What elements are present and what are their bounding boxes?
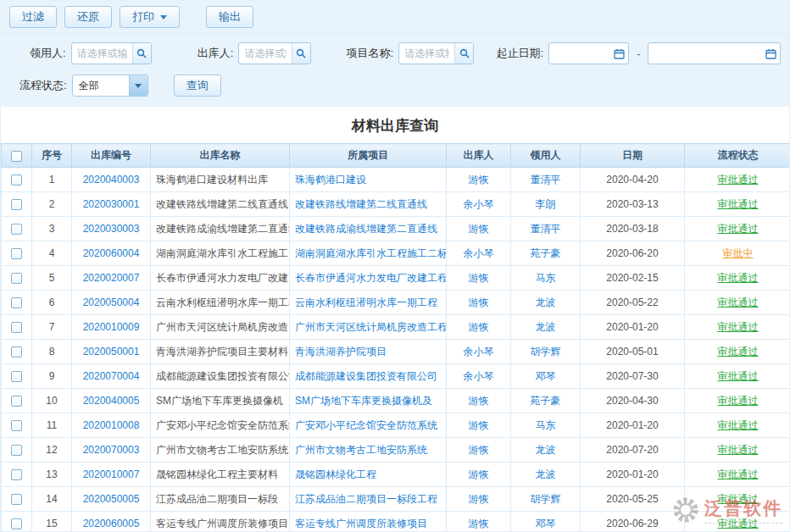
outbound-code-link[interactable]: 2020070004 [83,370,140,382]
date-end-field[interactable] [648,42,781,64]
issuer-link[interactable]: 余小琴 [464,247,494,259]
search-icon[interactable] [454,43,473,64]
row-checkbox[interactable] [11,224,22,235]
project-link[interactable]: SM广场地下车库更换摄像机及 [295,395,432,407]
project-link[interactable]: 珠海鹤港口建设 [295,174,366,186]
restore-button[interactable]: 还原 [64,6,112,28]
issuer-link[interactable]: 游恢 [469,493,489,505]
outbound-code-link[interactable]: 2020010008 [83,419,140,431]
recipient-link[interactable]: 龙波 [536,321,556,333]
row-checkbox[interactable] [11,322,22,333]
project-link[interactable]: 改建铁路线增建第二线直通线 [295,198,427,210]
outbound-code-link[interactable]: 2020010009 [83,321,140,333]
recipient-link[interactable]: 龙波 [536,444,556,456]
status-link[interactable]: 审批中 [723,247,754,259]
recipient-link[interactable]: 邓琴 [536,518,556,529]
project-link[interactable]: 成都能源建设集团投资有限公司 [295,370,437,382]
row-checkbox[interactable] [11,175,22,186]
filter-button[interactable]: 过滤 [9,6,57,28]
row-checkbox[interactable] [11,518,22,529]
row-checkbox[interactable] [11,346,22,357]
recipient-link[interactable]: 胡学辉 [531,493,561,505]
outbound-code-link[interactable]: 2020040005 [83,395,140,407]
date-end-input[interactable] [648,47,761,59]
date-start-input[interactable] [549,47,609,59]
calendar-icon[interactable] [761,43,780,64]
search-icon[interactable] [292,43,310,64]
project-link[interactable]: 晟铭园林绿化工程 [295,468,376,480]
project-link[interactable]: 客运专线广州调度所装修项目 [295,518,427,529]
recipient-link[interactable]: 马东 [536,419,556,431]
outbound-code-link[interactable]: 2020030003 [83,223,140,235]
project-link[interactable]: 云南水利枢纽潜明水库一期工程 [295,296,437,308]
recipient-link[interactable]: 胡学辉 [531,346,561,357]
query-button[interactable]: 查询 [174,75,221,97]
status-link[interactable]: 审批通过 [718,272,759,284]
project-link[interactable]: 广州市天河区统计局机房改造工程 [295,321,447,333]
recipient-link[interactable]: 邓琴 [536,370,556,382]
status-link[interactable]: 审批通过 [718,518,759,529]
recipient-picker[interactable] [71,42,152,64]
recipient-link[interactable]: 马东 [536,272,556,284]
project-picker[interactable] [398,42,474,64]
project-input[interactable] [399,47,454,59]
issuer-link[interactable]: 余小琴 [464,370,494,382]
status-link[interactable]: 审批通过 [718,223,759,235]
project-link[interactable]: 改建铁路成渝线增建第二直通线 [295,223,437,235]
project-link[interactable]: 广州市文物考古工地安防系统 [295,444,427,456]
status-link[interactable]: 审批通过 [718,321,759,333]
recipient-link[interactable]: 李朗 [536,198,556,210]
project-link[interactable]: 湖南洞庭湖水库引水工程施工二标 [295,247,447,259]
row-checkbox[interactable] [11,469,22,480]
print-button[interactable]: 打印 [120,6,180,28]
issuer-link[interactable]: 游恢 [469,468,489,480]
status-link[interactable]: 审批通过 [718,346,759,357]
outbound-code-link[interactable]: 2020070003 [83,444,140,456]
issuer-link[interactable]: 余小琴 [464,346,494,357]
row-checkbox[interactable] [11,420,22,431]
issuer-picker[interactable] [238,42,310,64]
recipient-link[interactable]: 苑子豪 [531,395,561,407]
outbound-code-link[interactable]: 2020010007 [83,468,140,480]
recipient-link[interactable]: 龙波 [536,296,556,308]
status-link[interactable]: 审批通过 [718,493,759,505]
search-icon[interactable] [132,43,151,64]
outbound-code-link[interactable]: 2020020007 [83,272,140,284]
issuer-link[interactable]: 游恢 [469,272,489,284]
row-checkbox[interactable] [11,396,22,407]
outbound-code-link[interactable]: 2020040003 [83,174,140,186]
issuer-link[interactable]: 游恢 [469,174,489,186]
outbound-code-link[interactable]: 2020050001 [83,346,140,357]
issuer-link[interactable]: 游恢 [469,223,489,235]
row-checkbox[interactable] [11,445,22,456]
recipient-link[interactable]: 董清平 [531,223,561,235]
outbound-code-link[interactable]: 2020060004 [83,247,140,259]
recipient-link[interactable]: 龙波 [536,468,556,480]
outbound-code-link[interactable]: 2020060005 [83,518,140,529]
row-checkbox[interactable] [11,248,22,259]
status-link[interactable]: 审批通过 [718,370,759,382]
status-link[interactable]: 审批通过 [718,296,759,308]
row-checkbox[interactable] [11,199,22,210]
date-start-field[interactable] [548,42,629,64]
issuer-link[interactable]: 游恢 [469,444,489,456]
issuer-link[interactable]: 游恢 [469,296,489,308]
recipient-input[interactable] [72,47,132,59]
outbound-code-link[interactable]: 2020050004 [83,296,140,308]
chevron-down-icon[interactable] [129,75,147,96]
project-link[interactable]: 长春市伊通河水力发电厂改建工程 [295,272,447,284]
export-button[interactable]: 输出 [206,6,253,28]
issuer-input[interactable] [239,47,291,59]
row-checkbox[interactable] [11,371,22,382]
row-checkbox[interactable] [11,494,22,505]
status-link[interactable]: 审批通过 [718,198,759,210]
project-link[interactable]: 江苏成品油二期项目一标段工程 [295,493,437,505]
status-select[interactable]: 全部 [72,75,148,97]
row-checkbox[interactable] [11,297,22,308]
recipient-link[interactable]: 董清平 [531,174,561,186]
issuer-link[interactable]: 游恢 [469,518,489,529]
issuer-link[interactable]: 余小琴 [464,198,494,210]
status-link[interactable]: 审批通过 [718,444,759,456]
outbound-code-link[interactable]: 2020030001 [83,198,140,210]
row-checkbox[interactable] [11,273,22,284]
